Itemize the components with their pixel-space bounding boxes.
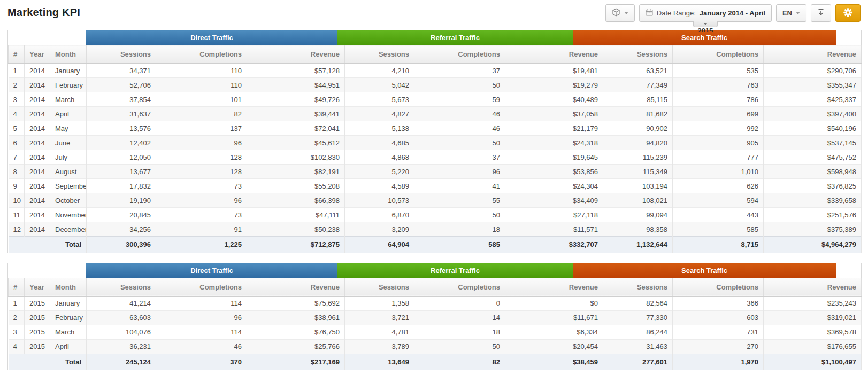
column-header: Completions	[673, 45, 764, 64]
table-cell: $19,645	[505, 150, 603, 165]
table-cell: 4,868	[345, 150, 414, 165]
group-header-notch	[836, 30, 861, 45]
table-cell: September	[50, 179, 87, 193]
date-range-button[interactable]: Date Range: January 2014 - April 2015	[639, 4, 772, 22]
table-cell: 6,870	[345, 208, 414, 222]
column-header: Sessions	[87, 278, 156, 296]
table-row: 12014January34,371110$57,1284,21037$19,4…	[9, 64, 862, 78]
table-cell: 82	[156, 107, 247, 121]
table-cell: February	[50, 310, 87, 325]
table-cell: 5	[9, 121, 25, 136]
column-header: Revenue	[764, 45, 862, 64]
total-cell: $38,459	[505, 354, 603, 370]
content: Direct Traffic Referral Traffic Search T…	[0, 28, 868, 370]
page-header: Marketing KPI Date Range: Janu	[0, 0, 868, 28]
widget-dropdown-button[interactable]	[605, 4, 635, 22]
column-header: Revenue	[505, 278, 603, 296]
table-cell: 2014	[25, 208, 50, 222]
table-cell: 90,902	[603, 121, 673, 136]
total-row: Total245,124370$217,16913,64982$38,45927…	[9, 354, 862, 370]
table-cell: March	[50, 92, 87, 107]
column-header: Sessions	[345, 45, 414, 64]
table-cell: 91	[156, 222, 247, 237]
table-cell: 2014	[25, 150, 50, 165]
table-cell: July	[50, 150, 87, 165]
table-cell: 86,244	[603, 325, 673, 339]
table-cell: 905	[673, 136, 764, 150]
table-cell: 41,214	[87, 296, 156, 310]
language-value: EN	[782, 9, 792, 17]
date-range-overflow: 2015	[693, 21, 718, 32]
table-cell: 110	[156, 78, 247, 92]
table-cell: 7	[9, 150, 25, 165]
table-row: 82014August13,677128$82,1915,22096$53,85…	[9, 165, 862, 179]
date-range-value: January 2014 - April	[700, 9, 765, 17]
table-row: 42014April31,63782$39,4414,82746$37,0588…	[9, 107, 862, 121]
table-row: 92014September17,83273$55,2084,58941$24,…	[9, 179, 862, 193]
date-range-overflow-text: 2015	[693, 27, 718, 32]
settings-button[interactable]	[835, 4, 861, 22]
table-cell: 2	[9, 78, 25, 92]
table-cell: 2015	[25, 339, 50, 354]
table-cell: 3,721	[345, 310, 414, 325]
data-table: # Year Month Sessions Completions Revenu…	[8, 278, 862, 370]
table-cell: 96	[414, 165, 505, 179]
table-cell: 46	[414, 121, 505, 136]
table-cell: $24,318	[505, 136, 603, 150]
total-cell: 1,970	[673, 354, 764, 370]
table-cell: 104,076	[87, 325, 156, 339]
column-header: Completions	[156, 45, 247, 64]
table-cell: 3,789	[345, 339, 414, 354]
column-header: #	[9, 45, 25, 64]
column-header: Sessions	[603, 45, 673, 64]
table-cell: 2014	[25, 179, 50, 193]
table-cell: 17,832	[87, 179, 156, 193]
table-cell: 55	[414, 193, 505, 208]
table-cell: 110	[156, 64, 247, 78]
table-cell: $45,612	[247, 136, 345, 150]
table-cell: $598,948	[764, 165, 862, 179]
table-cell: 18	[414, 325, 505, 339]
total-row: Total300,3961,225$712,87564,904585$332,7…	[9, 237, 862, 253]
table-cell: $34,409	[505, 193, 603, 208]
table-cell: October	[50, 193, 87, 208]
total-cell: $217,169	[247, 354, 345, 370]
column-header: Month	[50, 45, 87, 64]
table-row: 22014February52,706110$44,9515,04250$19,…	[9, 78, 862, 92]
table-cell: 2014	[25, 165, 50, 179]
table-cell: 366	[673, 296, 764, 310]
table-cell: $20,454	[505, 339, 603, 354]
table-cell: $82,191	[247, 165, 345, 179]
table-cell: December	[50, 222, 87, 237]
table-cell: June	[50, 136, 87, 150]
table-cell: $53,856	[505, 165, 603, 179]
total-cell: 300,396	[87, 237, 156, 253]
table-cell: 63,603	[87, 310, 156, 325]
table-cell: $102,830	[247, 150, 345, 165]
group-header-notch	[836, 263, 861, 278]
table-cell: 37	[414, 150, 505, 165]
table-cell: 5,673	[345, 92, 414, 107]
table-cell: 2014	[25, 193, 50, 208]
download-button[interactable]	[811, 4, 831, 22]
download-icon	[817, 9, 825, 18]
table-cell: 128	[156, 150, 247, 165]
table-cell: April	[50, 107, 87, 121]
table-cell: 11	[9, 208, 25, 222]
table-cell: $537,145	[764, 136, 862, 150]
table-cell: 77,330	[603, 310, 673, 325]
table-cell: 59	[414, 92, 505, 107]
table-cell: 2014	[25, 92, 50, 107]
gear-icon	[843, 8, 852, 19]
table-cell: 5,220	[345, 165, 414, 179]
table-cell: 18	[414, 222, 505, 237]
toolbar: Date Range: January 2014 - April 2015 EN	[605, 4, 861, 22]
table-cell: 4,827	[345, 107, 414, 121]
language-dropdown-button[interactable]: EN	[776, 4, 806, 22]
table-cell: 114	[156, 296, 247, 310]
table-cell: 13,576	[87, 121, 156, 136]
table-cell: 786	[673, 92, 764, 107]
date-range-expand-tab[interactable]	[693, 21, 718, 27]
table-cell: 19,190	[87, 193, 156, 208]
table-cell: 2015	[25, 310, 50, 325]
